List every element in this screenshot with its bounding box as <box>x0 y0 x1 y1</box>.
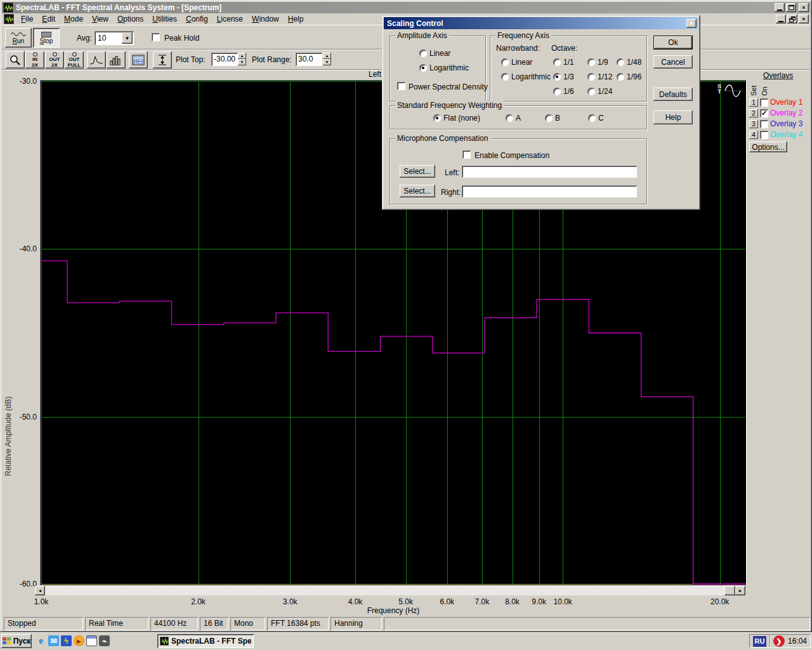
title-bar[interactable]: SpectraLAB - FFT Spectral Analysis Syste… <box>2 2 810 13</box>
left-compensation-field[interactable] <box>462 166 637 178</box>
dialog-title-bar[interactable]: Scaling Control × <box>384 17 698 29</box>
run-button[interactable]: Run <box>5 28 32 48</box>
octave-1-9-radio[interactable]: 1/9 <box>587 58 608 67</box>
child-minimize-button[interactable] <box>776 15 786 23</box>
child-restore-button[interactable] <box>787 15 797 23</box>
overlay-set-button-1[interactable]: 1 <box>749 98 758 107</box>
overlay-on-checkbox-1[interactable] <box>760 98 768 107</box>
peak-hold-checkbox[interactable] <box>152 33 160 41</box>
menu-help[interactable]: Help <box>284 13 308 25</box>
enable-compensation-checkbox[interactable] <box>462 150 471 159</box>
octave-1-6-radio[interactable]: 1/6 <box>553 87 574 96</box>
radio-label: 1/96 <box>627 72 641 81</box>
ok-button[interactable]: Ok <box>653 36 693 50</box>
horizontal-scrollbar[interactable]: ◄ ► <box>35 586 745 595</box>
child-window-icon[interactable] <box>4 14 14 24</box>
octave-1-12-radio[interactable]: 1/12 <box>587 72 612 81</box>
overlay-set-button-2[interactable]: 2 <box>749 109 758 117</box>
minimize-button[interactable] <box>775 3 785 12</box>
plot-range-input[interactable]: 30.0 <box>296 53 322 66</box>
weighting-b-radio[interactable]: B <box>545 114 560 123</box>
dialog-close-icon[interactable]: × <box>686 19 697 28</box>
scrollbar-thumb[interactable] <box>724 586 735 595</box>
start-button-label: Пуск <box>13 637 31 646</box>
overlay-options-button[interactable]: Options... <box>749 142 787 152</box>
antivirus-tray-icon[interactable]: ❯ <box>773 635 785 647</box>
plot-top-input[interactable]: -30.00 <box>211 53 238 66</box>
line-plot-mode-button[interactable] <box>87 51 106 69</box>
select-left-button[interactable]: Select... <box>400 165 435 178</box>
menu-mode[interactable]: Mode <box>60 13 88 25</box>
menu-window[interactable]: Window <box>247 13 284 25</box>
overlay-on-checkbox-3[interactable] <box>760 120 768 128</box>
menu-view[interactable]: View <box>88 13 113 25</box>
weighting-flat-radio[interactable]: Flat (none) <box>433 114 480 123</box>
psd-checkbox[interactable] <box>397 82 405 90</box>
maximize-button[interactable] <box>786 3 796 12</box>
zoom-in-2x-button[interactable]: IN 2X <box>25 51 44 69</box>
narrowband-linear-radio[interactable]: Linear <box>501 58 532 67</box>
messenger-icon[interactable]: ϟ <box>61 635 72 646</box>
zoom-out-2x-button[interactable]: OUT 2X <box>45 51 64 69</box>
octave-1-96-radio[interactable]: 1/96 <box>617 72 641 81</box>
defaults-button[interactable]: Defaults <box>653 88 693 101</box>
bar-plot-icon <box>110 55 122 65</box>
language-indicator[interactable]: RU <box>753 636 766 647</box>
overlay-on-checkbox-2[interactable]: ✓ <box>760 109 768 117</box>
autoscale-button[interactable] <box>153 51 172 69</box>
overlays-on-label: On <box>761 82 768 96</box>
select-right-button[interactable]: Select... <box>400 185 435 197</box>
plot-range-spinner[interactable]: ▲▼ <box>323 53 331 65</box>
cancel-button[interactable]: Cancel <box>653 55 693 69</box>
menu-edit[interactable]: Edit <box>37 13 60 25</box>
winamp-icon[interactable]: ⌁ <box>99 635 110 646</box>
start-button[interactable]: Пуск <box>1 634 32 648</box>
menu-file[interactable]: File <box>16 13 37 25</box>
octave-1-3-radio[interactable]: 1/3 <box>553 72 574 81</box>
menu-utilities[interactable]: Utilities <box>148 13 181 25</box>
overlay-on-checkbox-4[interactable] <box>760 131 768 139</box>
avg-dropdown-arrow[interactable]: ▼ <box>122 32 133 44</box>
narrowband-logarithmic-radio[interactable]: Logarithmic <box>501 72 551 81</box>
outlook-express-icon[interactable]: ✉ <box>48 635 59 646</box>
close-button[interactable]: × <box>799 3 809 12</box>
scroll-right-arrow[interactable]: ► <box>735 586 745 595</box>
octave-1-24-radio[interactable]: 1/24 <box>587 87 612 96</box>
line-plot-icon <box>89 55 103 65</box>
x-tick-6.0k: 6.0k <box>440 597 454 606</box>
overlay-set-button-3[interactable]: 3 <box>749 120 758 128</box>
stop-button[interactable]: Stop <box>33 28 60 48</box>
internet-explorer-icon[interactable]: e <box>36 635 46 646</box>
amplitude-logarithmic-radio[interactable]: Logarithmic <box>419 63 469 72</box>
avg-combobox[interactable]: 10 ▼ <box>95 31 134 45</box>
octave-1-1-radio[interactable]: 1/1 <box>553 58 574 67</box>
x-tick-7.0k: 7.0k <box>475 597 489 606</box>
status-segment-2: Real Time <box>85 617 148 630</box>
scroll-left-arrow[interactable]: ◄ <box>35 586 45 595</box>
octave-1-48-radio[interactable]: 1/48 <box>617 58 641 67</box>
weighting-c-radio[interactable]: C <box>588 114 604 123</box>
child-close-button[interactable]: × <box>799 15 809 23</box>
taskbar-app-button[interactable]: SpectraLAB - FFT Spe... <box>157 634 254 648</box>
menu-config[interactable]: Config <box>181 13 213 25</box>
media-player-icon[interactable]: ▸ <box>74 635 84 646</box>
details-view-button[interactable] <box>129 51 148 69</box>
show-desktop-icon[interactable] <box>86 635 97 646</box>
plot-top-spinner[interactable]: ▲▼ <box>238 53 246 65</box>
status-segment-5: Mono <box>230 617 265 630</box>
magnifier-icon <box>33 52 37 56</box>
menu-options[interactable]: Options <box>113 13 148 25</box>
zoom-tool-button[interactable] <box>6 51 25 69</box>
zoom-out-full-button[interactable]: OUT FULL <box>65 51 84 69</box>
plot-top-label: Plot Top: <box>176 55 205 64</box>
right-compensation-field[interactable] <box>462 185 637 197</box>
menu-license[interactable]: License <box>213 13 247 25</box>
bar-plot-mode-button[interactable] <box>107 51 126 69</box>
overlay-set-button-4[interactable]: 4 <box>749 131 758 139</box>
help-button[interactable]: Help <box>653 110 693 124</box>
weighting-a-radio[interactable]: A <box>506 114 521 123</box>
radio-label: Logarithmic <box>429 63 469 72</box>
amplitude-linear-radio[interactable]: Linear <box>419 49 450 58</box>
octave-label: Octave: <box>551 44 577 53</box>
radio-icon <box>587 58 595 66</box>
